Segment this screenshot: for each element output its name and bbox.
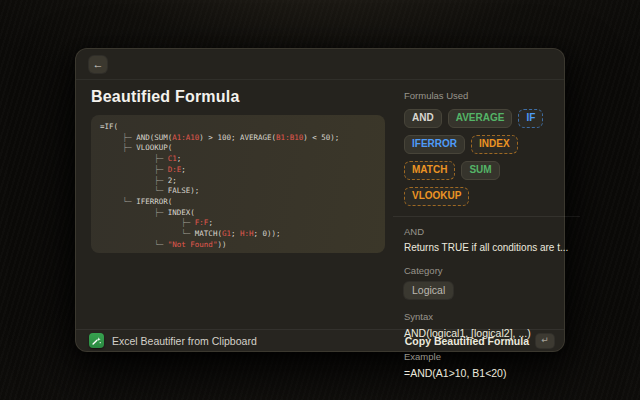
back-button[interactable]: ← (89, 56, 107, 73)
code-line: └─ "Not Found")) (100, 240, 376, 251)
copy-action-label: Copy Beautified Formula (405, 335, 529, 347)
sidebar-divider (393, 216, 580, 217)
app-identity: Excel Beautifier from Clipboard (89, 333, 257, 348)
syntax-label: Syntax (404, 311, 568, 322)
return-glyph: ↵ (541, 336, 549, 345)
formulas-used-label: Formulas Used (404, 90, 568, 101)
formula-tag-iferror[interactable]: IFERROR (404, 135, 465, 154)
main-panel: Beautified Formula =IF( ├─ AND(SUM(A1:A1… (76, 80, 393, 329)
app-window: ← Beautified Formula =IF( ├─ AND(SUM(A1:… (75, 48, 565, 352)
example-label: Example (404, 351, 568, 362)
code-line: ├─ C1; (100, 154, 376, 165)
formula-tag-vlookup[interactable]: VLOOKUP (404, 187, 469, 206)
formula-tag-sum[interactable]: SUM (461, 161, 499, 180)
code-line: =IF( (100, 122, 376, 133)
magic-wand-icon (89, 333, 104, 348)
code-line: ├─ INDEX( (100, 208, 376, 219)
action-bar: Excel Beautifier from Clipboard Copy Bea… (76, 329, 564, 351)
code-line: ├─ F:F; (100, 218, 376, 229)
category-label: Category (404, 265, 568, 276)
app-title: Excel Beautifier from Clipboard (112, 335, 257, 347)
code-line: ├─ VLOOKUP( (100, 143, 376, 154)
function-name: AND (404, 226, 568, 237)
formula-tag-match[interactable]: MATCH (404, 161, 455, 180)
category-badge: Logical (404, 282, 453, 299)
example-value: =AND(A1>10, B1<20) (404, 367, 568, 379)
titlebar: ← (76, 49, 564, 80)
formulas-used-tags: ANDAVERAGEIFIFERRORINDEXMATCHSUMVLOOKUP (404, 109, 568, 206)
code-line: ├─ D:E; (100, 165, 376, 176)
formula-tag-index[interactable]: INDEX (471, 135, 518, 154)
formula-tag-if[interactable]: IF (518, 109, 543, 128)
code-line: └─ IFERROR( (100, 197, 376, 208)
formula-tag-and[interactable]: AND (404, 109, 442, 128)
formula-tag-average[interactable]: AVERAGE (448, 109, 513, 128)
code-line: ├─ AND(SUM(A1:A10) > 100; AVERAGE(B1:B10… (100, 133, 376, 144)
code-line: └─ FALSE); (100, 186, 376, 197)
function-description: Returns TRUE if all conditions are t... (404, 242, 568, 253)
copy-beautified-formula-button[interactable]: Copy Beautified Formula ↵ (405, 334, 554, 348)
page-title: Beautified Formula (91, 88, 383, 106)
back-arrow-icon: ← (93, 59, 104, 70)
enter-key-icon: ↵ (536, 334, 554, 348)
code-line: ├─ 2; (100, 176, 376, 187)
content: Beautified Formula =IF( ├─ AND(SUM(A1:A1… (76, 80, 564, 329)
beautified-formula-code: =IF( ├─ AND(SUM(A1:A10) > 100; AVERAGE(B… (91, 115, 385, 253)
code-line: └─ MATCH(G1; H:H; 0)); (100, 229, 376, 240)
detail-sidebar: Formulas Used ANDAVERAGEIFIFERRORINDEXMA… (393, 80, 580, 329)
